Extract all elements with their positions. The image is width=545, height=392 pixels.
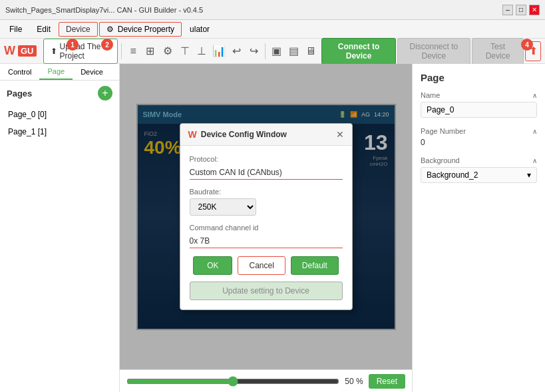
name-property: Name ∧ Page_0 <box>421 91 537 118</box>
zoom-percentage: 50 % <box>345 377 363 386</box>
page-number-label: Page Number ∧ <box>421 127 537 135</box>
ok-button[interactable]: OK <box>193 256 232 275</box>
right-panel: Page Name ∧ Page_0 Page Number ∧ 0 Backg… <box>412 64 545 392</box>
align-bottom-button[interactable]: ⊥ <box>194 41 210 61</box>
tab-page[interactable]: Page <box>39 64 73 80</box>
protocol-input[interactable] <box>190 166 343 180</box>
command-channel-field: Command channel id <box>190 224 343 248</box>
align-top-button[interactable]: ⊤ <box>177 41 193 61</box>
settings-icon-button[interactable]: ⚙ <box>160 41 176 61</box>
list-item[interactable]: Page_0 [0] <box>0 106 119 123</box>
minimize-button[interactable]: – <box>502 5 513 15</box>
menu-simulator[interactable]: ulator <box>183 23 216 36</box>
background-value: Background_2 <box>427 170 478 180</box>
background-dropdown-icon: ▾ <box>527 170 531 180</box>
baudrate-field: Baudrate: 250K 500K 1M <box>190 188 343 216</box>
background-label: Background ∧ <box>421 156 537 164</box>
badge-1: 1 <box>67 39 79 51</box>
badge-4: 4 <box>521 39 533 51</box>
logo-gu: GU <box>18 45 37 57</box>
app-title: Switch_Pages_SmartDisplay7vi... CAN - GU… <box>5 6 203 14</box>
panel-title: Page <box>421 72 537 83</box>
undo-button[interactable]: ↩ <box>228 41 244 61</box>
menu-edit[interactable]: Edit <box>30 23 57 36</box>
background-chevron-icon[interactable]: ∧ <box>532 157 537 164</box>
maximize-button[interactable]: □ <box>516 5 526 15</box>
command-channel-input[interactable] <box>190 234 343 248</box>
protocol-field: Protocol: <box>190 155 343 180</box>
tab-control[interactable]: Control <box>0 64 39 80</box>
cancel-button[interactable]: Cancel <box>238 256 285 275</box>
modal-title: Device Config Window <box>201 130 287 139</box>
baudrate-select-row: 250K 500K 1M <box>190 198 343 216</box>
baudrate-label: Baudrate: <box>190 188 343 196</box>
background-property: Background ∧ Background_2 ▾ <box>421 156 537 183</box>
stack-icon-button[interactable]: ⊞ <box>142 41 158 61</box>
page-number-property: Page Number ∧ 0 <box>421 127 537 147</box>
tab-bar: Control Page Device <box>0 64 119 81</box>
baudrate-select[interactable]: 250K 500K 1M <box>190 198 256 216</box>
device-property-menu-item[interactable]: ⚙ Device Property <box>99 22 182 37</box>
screen1-button[interactable]: ▣ <box>269 41 285 61</box>
update-setting-button[interactable]: Update setting to Device <box>190 282 343 300</box>
device-config-modal: W Device Config Window ✕ Protocol: <box>180 123 353 310</box>
badge-2: 2 <box>101 39 113 51</box>
modal-buttons: OK Cancel Default <box>190 256 343 275</box>
logo: W GU <box>4 44 37 58</box>
gear-icon: ⚙ <box>106 25 114 34</box>
name-chevron-icon[interactable]: ∧ <box>532 92 537 99</box>
command-channel-label: Command channel id <box>190 224 343 232</box>
device-property-label: Device Property <box>118 25 174 34</box>
add-page-button[interactable]: + <box>98 86 112 100</box>
redo-button[interactable]: ↪ <box>246 41 262 61</box>
modal-close-button[interactable]: ✕ <box>336 129 344 140</box>
list-item[interactable]: Page_1 [1] <box>0 123 119 140</box>
page-list: Page_0 [0] Page_1 [1] <box>0 106 119 140</box>
chart-button[interactable]: 📊 <box>211 41 227 61</box>
close-button[interactable]: ✕ <box>529 5 540 15</box>
menu-bar: File Edit Device ⚙ Device Property ulato… <box>0 20 545 39</box>
page-number-value: 0 <box>421 138 537 147</box>
reset-button[interactable]: Reset <box>369 374 405 389</box>
modal-body: Protocol: Baudrate: 250K 500K 1M <box>180 146 352 309</box>
modal-overlay: W Device Config Window ✕ Protocol: <box>138 105 395 329</box>
pages-header: Pages + <box>0 81 119 106</box>
page-number-chevron-icon[interactable]: ∧ <box>532 128 537 135</box>
menu-file[interactable]: File <box>3 23 29 36</box>
separator-1 <box>121 43 122 59</box>
tab-device[interactable]: Device <box>73 64 111 80</box>
canvas-area: SIMV Mode 🔋 📶 AG 14:20 FiO2 40% <box>120 64 412 392</box>
zoom-bar: 50 % Reset <box>120 369 412 392</box>
separator-2 <box>265 43 266 59</box>
modal-title-row: W Device Config Window <box>188 129 287 140</box>
list-icon-button[interactable]: ≡ <box>125 41 141 61</box>
screen2-button[interactable]: ▤ <box>286 41 302 61</box>
disconnect-button[interactable]: Disconnect to Device <box>397 38 470 65</box>
window-controls: – □ ✕ <box>502 5 540 15</box>
connect-button[interactable]: Connect to Device <box>321 38 396 65</box>
default-button[interactable]: Default <box>291 256 339 275</box>
zoom-slider[interactable] <box>126 376 339 387</box>
toolbar: W GU ⬆ Upload The Project ≡ ⊞ ⚙ ⊤ ⊥ 📊 ↩ … <box>0 39 545 64</box>
modal-header: W Device Config Window ✕ <box>180 124 352 146</box>
background-select[interactable]: Background_2 ▾ <box>421 167 537 183</box>
monitor-button[interactable]: 🖥 <box>303 41 319 61</box>
modal-logo: W <box>188 129 197 140</box>
protocol-label: Protocol: <box>190 155 343 163</box>
canvas-preview: SIMV Mode 🔋 📶 AG 14:20 FiO2 40% <box>136 104 396 330</box>
pages-title: Pages <box>7 89 32 98</box>
logo-w: W <box>4 44 15 58</box>
test-button[interactable]: Test Device <box>472 38 524 65</box>
sidebar: Control Page Device Pages + Page_0 [0] P… <box>0 64 120 392</box>
menu-device[interactable]: Device <box>59 22 98 37</box>
upload-icon: ⬆ <box>51 47 57 56</box>
name-value: Page_0 <box>421 102 537 118</box>
name-label: Name ∧ <box>421 91 537 99</box>
title-bar: Switch_Pages_SmartDisplay7vi... CAN - GU… <box>0 0 545 20</box>
